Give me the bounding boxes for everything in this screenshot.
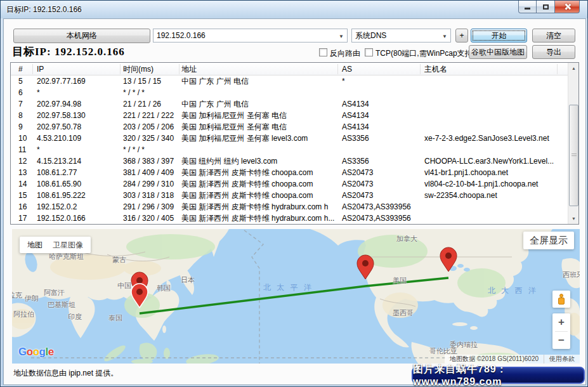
cell: 美国 新泽西州 皮斯卡特维 hydraburx.com h xyxy=(181,201,342,213)
start-button[interactable]: 开始 xyxy=(471,29,527,43)
table-row[interactable]: 14108.61.65.90284 / 299 / 310美国 新泽西州 皮斯卡… xyxy=(11,178,578,190)
table-header[interactable]: #IP时间(ms)地址AS主机名 xyxy=(11,63,578,75)
cell xyxy=(342,87,424,98)
cell: xe-7-2-3.edge2.SanJose3.Level3.net xyxy=(424,133,578,144)
export-button[interactable]: 导出 xyxy=(532,45,575,59)
cell: CHOOPA-LLC.ear3.NewYork1.Level... xyxy=(424,155,578,167)
attribution-text: 地图数据 ©2018 GS(2011)6020 xyxy=(445,355,544,364)
cell xyxy=(342,144,424,155)
chevron-down-icon[interactable]: ▼ xyxy=(442,34,447,39)
cell: 202.97.94.98 xyxy=(37,98,123,110)
column-header[interactable]: 时间(ms) xyxy=(123,63,181,75)
column-header[interactable]: 地址 xyxy=(181,63,342,75)
zoom-out-button[interactable]: − xyxy=(552,332,570,350)
cell: 4.53.210.109 xyxy=(37,133,123,144)
local-network-button[interactable]: 本机网络 xyxy=(13,29,150,43)
table-row[interactable]: 11** / * / * xyxy=(11,144,578,155)
title-bar[interactable]: 目标IP: 192.152.0.166 xyxy=(1,1,587,18)
table-row[interactable]: 16192.152.0.2291 / 296 / 309美国 新泽西州 皮斯卡特… xyxy=(11,201,578,213)
google-cn-map-button[interactable]: 谷歌中国版地图 xyxy=(469,45,527,59)
cell: 美国 新泽西州 皮斯卡特维 choopa.com xyxy=(181,167,342,178)
cell xyxy=(424,98,578,110)
column-header[interactable]: AS xyxy=(342,63,424,75)
clear-button[interactable]: 清空 xyxy=(532,29,575,43)
scroll-down-icon[interactable]: ▼ xyxy=(568,213,579,224)
cell: 108.61.2.77 xyxy=(37,167,123,178)
cell: 11 xyxy=(18,144,37,155)
cell: 9 xyxy=(18,121,37,133)
minimize-icon xyxy=(525,8,530,10)
cell: AS3356 xyxy=(342,155,424,167)
column-header[interactable]: 主机名 xyxy=(424,63,578,75)
cell: 13 xyxy=(18,167,37,178)
table-row[interactable]: 5202.97.77.16913 / 15 / 15中国 广东 广州 电信* xyxy=(11,75,578,87)
cell xyxy=(424,121,578,133)
cell xyxy=(424,213,578,224)
cell: 284 / 299 / 310 xyxy=(123,178,181,190)
cell: 美国 纽约州 纽约 level3.com xyxy=(181,155,342,167)
table-row[interactable]: 17192.152.0.166316 / 320 / 405美国 新泽西州 皮斯… xyxy=(11,213,578,224)
pegman-control[interactable] xyxy=(552,291,570,308)
map-type-control: 地图 卫星图像 xyxy=(20,237,91,253)
table-row[interactable]: 9202.97.50.78203 / 205 / 206美国 加利福尼亚州 圣何… xyxy=(11,121,578,133)
map-type-satellite-button[interactable]: 卫星图像 xyxy=(53,240,83,251)
chevron-down-icon[interactable]: ▼ xyxy=(339,34,344,39)
close-button[interactable] xyxy=(554,1,580,13)
dns-combobox[interactable]: 系统DNS ▼ xyxy=(351,29,451,43)
maximize-icon xyxy=(543,4,549,10)
map-type-map-button[interactable]: 地图 xyxy=(27,240,42,251)
target-ip-value: 192.152.0.166 xyxy=(157,31,206,40)
cell: 中国 广东 广州 电信 xyxy=(181,98,342,110)
tcp-checkbox[interactable] xyxy=(365,48,373,56)
date-line xyxy=(244,230,263,364)
cell: 192.152.0.166 xyxy=(37,213,123,224)
app-window: 目标IP: 192.152.0.166 本机网络 192.152.0.166 ▼… xyxy=(0,0,588,387)
table-row[interactable]: 6** / * / * xyxy=(11,87,578,98)
cell: 316 / 320 / 405 xyxy=(123,213,181,224)
vertical-scrollbar[interactable]: ▲ ▼ xyxy=(568,63,578,224)
cell xyxy=(181,144,342,155)
fullscreen-button[interactable]: 全屏显示 xyxy=(523,232,574,249)
table-row[interactable]: 124.15.213.214368 / 383 / 397美国 纽约州 纽约 l… xyxy=(11,155,578,167)
tcp-label[interactable]: TCP(80端口,需WinPcap支持) xyxy=(376,48,475,59)
target-ip-label: 目标IP: 192.152.0.166 xyxy=(12,44,125,59)
minimize-button[interactable] xyxy=(518,1,537,13)
table-row[interactable]: 104.53.210.109320 / 325 / 340美国 加利福尼亚州 圣… xyxy=(11,133,578,144)
maximize-button[interactable] xyxy=(537,1,554,13)
cell: 303 / 318 / 318 xyxy=(123,190,181,201)
target-ip-combobox[interactable]: 192.152.0.166 ▼ xyxy=(153,29,348,43)
map-canvas[interactable] xyxy=(12,229,580,364)
cell: 202.97.77.169 xyxy=(37,75,123,87)
cell: 381 / 409 / 409 xyxy=(123,167,181,178)
cell: 291 / 296 / 309 xyxy=(123,201,181,213)
cell: 16 xyxy=(18,201,37,213)
scroll-up-icon[interactable]: ▲ xyxy=(568,63,579,74)
add-button[interactable]: + xyxy=(455,29,468,43)
dns-value: 系统DNS xyxy=(355,30,386,41)
terms-link[interactable]: 使用条款 xyxy=(544,355,580,364)
reverse-route-checkbox[interactable] xyxy=(319,48,327,56)
cell: * / * / * xyxy=(123,144,181,155)
cell: 108.61.95.222 xyxy=(37,190,123,201)
cell: AS20473,AS393956 xyxy=(342,213,424,224)
table-row[interactable]: 7202.97.94.9821 / 21 / 26中国 广东 广州 电信AS41… xyxy=(11,98,578,110)
cell: 192.152.0.2 xyxy=(37,201,123,213)
table-row[interactable]: 13108.61.2.77381 / 409 / 409美国 新泽西州 皮斯卡特… xyxy=(11,167,578,178)
cell: 21 / 21 / 26 xyxy=(123,98,181,110)
table-row[interactable]: 8202.97.58.130221 / 221 / 222美国 加利福尼亚州 圣… xyxy=(11,110,578,121)
cell: 15 xyxy=(18,190,37,201)
reverse-route-label[interactable]: 反向路由 xyxy=(330,48,360,59)
pegman-icon xyxy=(558,294,565,305)
cell: 203 / 205 / 206 xyxy=(123,121,181,133)
table-row[interactable]: 15108.61.95.222303 / 318 / 318美国 新泽西州 皮斯… xyxy=(11,190,578,201)
column-header[interactable]: IP xyxy=(37,63,123,75)
source-badge: 图片来自蜗牛789：www.wn789.com xyxy=(412,367,585,384)
zoom-in-button[interactable]: + xyxy=(552,313,570,331)
scrollbar-thumb[interactable] xyxy=(569,105,578,206)
google-logo[interactable]: Google xyxy=(18,346,54,358)
cell: * xyxy=(37,87,123,98)
column-header[interactable]: # xyxy=(18,63,37,75)
cell: AS20473,AS393956 xyxy=(342,201,424,213)
cell: 202.97.58.130 xyxy=(37,110,123,121)
cell: 17 xyxy=(18,213,37,224)
